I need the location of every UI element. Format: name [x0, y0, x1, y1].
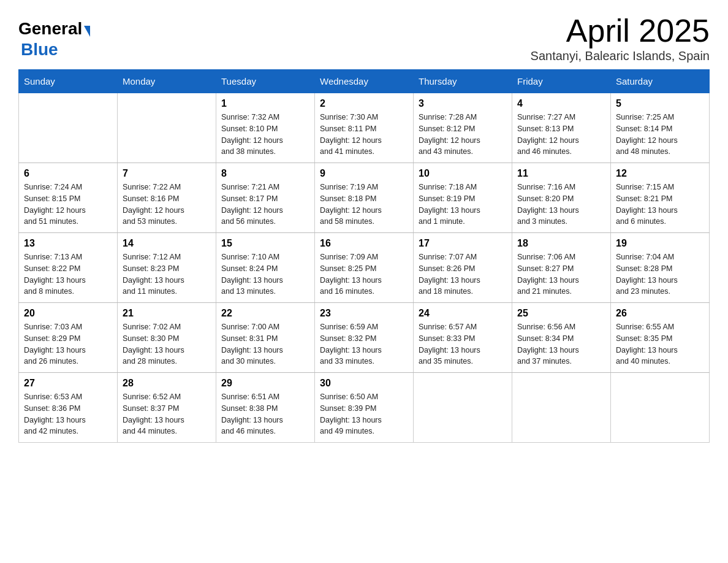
logo-text-general: General [18, 18, 82, 39]
calendar-cell: 8Sunrise: 7:21 AM Sunset: 8:17 PM Daylig… [216, 163, 315, 233]
weekday-header-wednesday: Wednesday [315, 70, 414, 93]
month-title: April 2025 [531, 12, 710, 49]
weekday-header-saturday: Saturday [611, 70, 710, 93]
day-number: 11 [517, 168, 605, 179]
calendar-cell: 13Sunrise: 7:13 AM Sunset: 8:22 PM Dayli… [19, 233, 118, 303]
day-info: Sunrise: 6:55 AM Sunset: 8:35 PM Dayligh… [616, 321, 704, 367]
calendar-cell: 10Sunrise: 7:18 AM Sunset: 8:19 PM Dayli… [414, 163, 512, 233]
day-number: 1 [221, 98, 309, 109]
day-number: 2 [320, 98, 408, 109]
day-number: 21 [123, 308, 211, 319]
logo-text-blue: Blue [21, 39, 58, 60]
weekday-header-thursday: Thursday [414, 70, 512, 93]
calendar-cell [19, 93, 118, 163]
calendar-cell: 3Sunrise: 7:28 AM Sunset: 8:12 PM Daylig… [414, 93, 512, 163]
day-number: 20 [24, 308, 112, 319]
day-number: 10 [419, 168, 507, 179]
calendar-table: SundayMondayTuesdayWednesdayThursdayFrid… [18, 69, 710, 443]
calendar-cell: 18Sunrise: 7:06 AM Sunset: 8:27 PM Dayli… [512, 233, 611, 303]
calendar-cell: 23Sunrise: 6:59 AM Sunset: 8:32 PM Dayli… [315, 303, 414, 373]
location-title: Santanyi, Balearic Islands, Spain [531, 49, 710, 63]
day-info: Sunrise: 7:21 AM Sunset: 8:17 PM Dayligh… [221, 182, 309, 228]
calendar-cell: 25Sunrise: 6:56 AM Sunset: 8:34 PM Dayli… [512, 303, 611, 373]
day-number: 13 [24, 238, 112, 249]
day-info: Sunrise: 7:03 AM Sunset: 8:29 PM Dayligh… [24, 321, 112, 367]
calendar-cell: 7Sunrise: 7:22 AM Sunset: 8:16 PM Daylig… [118, 163, 216, 233]
day-number: 28 [123, 378, 211, 389]
calendar-cell: 11Sunrise: 7:16 AM Sunset: 8:20 PM Dayli… [512, 163, 611, 233]
week-row-3: 13Sunrise: 7:13 AM Sunset: 8:22 PM Dayli… [19, 233, 710, 303]
day-info: Sunrise: 6:52 AM Sunset: 8:37 PM Dayligh… [123, 391, 211, 437]
calendar-cell: 29Sunrise: 6:51 AM Sunset: 8:38 PM Dayli… [216, 373, 315, 443]
day-info: Sunrise: 7:32 AM Sunset: 8:10 PM Dayligh… [221, 112, 309, 158]
day-info: Sunrise: 7:25 AM Sunset: 8:14 PM Dayligh… [616, 112, 704, 158]
day-number: 23 [320, 308, 408, 319]
day-info: Sunrise: 7:12 AM Sunset: 8:23 PM Dayligh… [123, 251, 211, 297]
week-row-1: 1Sunrise: 7:32 AM Sunset: 8:10 PM Daylig… [19, 93, 710, 163]
day-info: Sunrise: 7:09 AM Sunset: 8:25 PM Dayligh… [320, 251, 408, 297]
calendar-cell: 1Sunrise: 7:32 AM Sunset: 8:10 PM Daylig… [216, 93, 315, 163]
day-info: Sunrise: 7:15 AM Sunset: 8:21 PM Dayligh… [616, 182, 704, 228]
header: GeneralBlue April 2025 Santanyi, Baleari… [18, 12, 710, 63]
day-number: 16 [320, 238, 408, 249]
title-block: April 2025 Santanyi, Balearic Islands, S… [531, 12, 710, 63]
day-number: 15 [221, 238, 309, 249]
calendar-cell: 19Sunrise: 7:04 AM Sunset: 8:28 PM Dayli… [611, 233, 710, 303]
day-info: Sunrise: 7:16 AM Sunset: 8:20 PM Dayligh… [517, 182, 605, 228]
weekday-header-friday: Friday [512, 70, 611, 93]
day-number: 25 [517, 308, 605, 319]
calendar-cell: 20Sunrise: 7:03 AM Sunset: 8:29 PM Dayli… [19, 303, 118, 373]
day-number: 6 [24, 168, 112, 179]
day-info: Sunrise: 7:06 AM Sunset: 8:27 PM Dayligh… [517, 251, 605, 297]
day-info: Sunrise: 7:22 AM Sunset: 8:16 PM Dayligh… [123, 182, 211, 228]
calendar-cell: 14Sunrise: 7:12 AM Sunset: 8:23 PM Dayli… [118, 233, 216, 303]
calendar-cell: 27Sunrise: 6:53 AM Sunset: 8:36 PM Dayli… [19, 373, 118, 443]
weekday-header-monday: Monday [118, 70, 216, 93]
day-number: 12 [616, 168, 704, 179]
calendar-cell: 4Sunrise: 7:27 AM Sunset: 8:13 PM Daylig… [512, 93, 611, 163]
day-info: Sunrise: 6:51 AM Sunset: 8:38 PM Dayligh… [221, 391, 309, 437]
week-row-5: 27Sunrise: 6:53 AM Sunset: 8:36 PM Dayli… [19, 373, 710, 443]
calendar-cell [512, 373, 611, 443]
week-row-2: 6Sunrise: 7:24 AM Sunset: 8:15 PM Daylig… [19, 163, 710, 233]
day-number: 24 [419, 308, 507, 319]
day-number: 4 [517, 98, 605, 109]
calendar-cell: 26Sunrise: 6:55 AM Sunset: 8:35 PM Dayli… [611, 303, 710, 373]
calendar-cell: 6Sunrise: 7:24 AM Sunset: 8:15 PM Daylig… [19, 163, 118, 233]
day-number: 19 [616, 238, 704, 249]
day-number: 27 [24, 378, 112, 389]
day-number: 29 [221, 378, 309, 389]
day-info: Sunrise: 7:02 AM Sunset: 8:30 PM Dayligh… [123, 321, 211, 367]
weekday-header-tuesday: Tuesday [216, 70, 315, 93]
logo-triangle-icon [84, 26, 90, 37]
day-number: 14 [123, 238, 211, 249]
day-info: Sunrise: 6:59 AM Sunset: 8:32 PM Dayligh… [320, 321, 408, 367]
day-number: 3 [419, 98, 507, 109]
day-number: 18 [517, 238, 605, 249]
day-info: Sunrise: 7:28 AM Sunset: 8:12 PM Dayligh… [419, 112, 507, 158]
calendar-cell: 28Sunrise: 6:52 AM Sunset: 8:37 PM Dayli… [118, 373, 216, 443]
week-row-4: 20Sunrise: 7:03 AM Sunset: 8:29 PM Dayli… [19, 303, 710, 373]
logo: GeneralBlue [18, 18, 90, 59]
calendar-cell: 2Sunrise: 7:30 AM Sunset: 8:11 PM Daylig… [315, 93, 414, 163]
calendar-cell [414, 373, 512, 443]
day-number: 26 [616, 308, 704, 319]
calendar-cell [611, 373, 710, 443]
day-info: Sunrise: 7:07 AM Sunset: 8:26 PM Dayligh… [419, 251, 507, 297]
day-info: Sunrise: 7:10 AM Sunset: 8:24 PM Dayligh… [221, 251, 309, 297]
calendar-cell: 12Sunrise: 7:15 AM Sunset: 8:21 PM Dayli… [611, 163, 710, 233]
calendar-cell: 22Sunrise: 7:00 AM Sunset: 8:31 PM Dayli… [216, 303, 315, 373]
day-info: Sunrise: 7:30 AM Sunset: 8:11 PM Dayligh… [320, 112, 408, 158]
day-info: Sunrise: 7:24 AM Sunset: 8:15 PM Dayligh… [24, 182, 112, 228]
weekday-header-sunday: Sunday [19, 70, 118, 93]
day-number: 7 [123, 168, 211, 179]
day-number: 8 [221, 168, 309, 179]
day-info: Sunrise: 6:56 AM Sunset: 8:34 PM Dayligh… [517, 321, 605, 367]
calendar-cell: 24Sunrise: 6:57 AM Sunset: 8:33 PM Dayli… [414, 303, 512, 373]
day-info: Sunrise: 6:53 AM Sunset: 8:36 PM Dayligh… [24, 391, 112, 437]
day-number: 5 [616, 98, 704, 109]
day-number: 9 [320, 168, 408, 179]
day-number: 22 [221, 308, 309, 319]
calendar-cell: 9Sunrise: 7:19 AM Sunset: 8:18 PM Daylig… [315, 163, 414, 233]
calendar-cell: 16Sunrise: 7:09 AM Sunset: 8:25 PM Dayli… [315, 233, 414, 303]
